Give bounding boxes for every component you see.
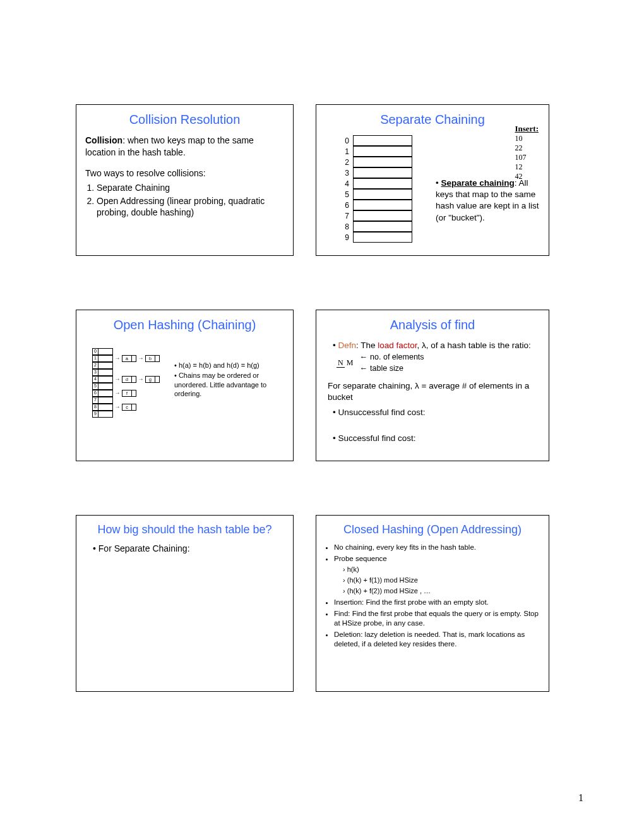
slide-table-size: How big should the hash table be? • For … bbox=[76, 515, 294, 692]
index-label: 1 bbox=[338, 147, 353, 156]
list-item: Open Addressing (linear probing, quadrat… bbox=[97, 195, 284, 219]
index-label: 3 bbox=[338, 169, 353, 178]
text: Two ways to resolve collisions: bbox=[85, 167, 284, 179]
bullet-text: Insertion: Find the first probe with an … bbox=[334, 598, 540, 607]
slide-title: Separate Chaining bbox=[325, 112, 540, 127]
chain-node: d bbox=[122, 376, 132, 383]
slide-title: How big should the hash table be? bbox=[85, 523, 284, 536]
bullet-text: No chaining, every key fits in the hash … bbox=[334, 543, 540, 552]
term-collision: Collision bbox=[85, 135, 122, 145]
slide-analysis-of-find: Analysis of find Defn: The load factor, … bbox=[316, 310, 549, 461]
chain-tail bbox=[155, 376, 160, 383]
arrow-icon: → bbox=[113, 355, 122, 361]
bullet-text: Probe sequence h(k) (h(k) + f(1)) mod HS… bbox=[334, 554, 540, 596]
arrow-icon: → bbox=[113, 376, 122, 382]
table-cell bbox=[98, 369, 113, 376]
slide-title: Analysis of find bbox=[325, 318, 540, 332]
arrow-icon: → bbox=[113, 390, 122, 396]
chain-tail bbox=[155, 355, 160, 362]
table-cell bbox=[98, 355, 113, 362]
table-cell bbox=[353, 189, 412, 200]
definition-text: • Separate chaining: All keys that map t… bbox=[436, 178, 540, 224]
chain-tail bbox=[131, 376, 136, 383]
sub-item: h(k) bbox=[343, 565, 540, 574]
table-cell bbox=[98, 397, 113, 404]
slide-separate-chaining: Separate Chaining 0 1 2 3 4 5 6 7 8 9 In… bbox=[316, 104, 549, 256]
chain-tail bbox=[131, 355, 136, 362]
table-cell bbox=[353, 210, 412, 221]
table-cell bbox=[98, 362, 113, 369]
left-arrow-icon: ← bbox=[359, 352, 367, 361]
insert-list: Insert: 10 22 107 12 42 bbox=[515, 124, 539, 181]
chain-node: a bbox=[122, 355, 132, 362]
table-cell bbox=[98, 383, 113, 390]
slide-title: Closed Hashing (Open Addressing) bbox=[325, 523, 540, 536]
text: table size bbox=[370, 364, 403, 373]
slide-collision-resolution: Collision Resolution Collision: when two… bbox=[76, 104, 294, 256]
sub-list: h(k) (h(k) + f(1)) mod HSize (h(k) + f(2… bbox=[343, 565, 540, 596]
arrow-icon: → bbox=[136, 376, 145, 382]
table-cell bbox=[353, 232, 412, 243]
list-item: Separate Chaining bbox=[97, 182, 284, 194]
slide-body: • For Separate Chaining: bbox=[85, 543, 284, 555]
table-cell bbox=[98, 376, 113, 383]
slide-title: Open Hashing (Chaining) bbox=[85, 318, 284, 332]
hash-table-diagram: 0 1 2 3 4 5 6 7 8 9 bbox=[338, 135, 412, 243]
chain-node: f bbox=[122, 390, 132, 397]
load-factor-term: load factor bbox=[378, 341, 417, 350]
fraction: N M bbox=[337, 358, 353, 368]
arrow-icon: → bbox=[113, 404, 122, 410]
chain-tail bbox=[131, 390, 136, 397]
list: Separate Chaining Open Addressing (linea… bbox=[97, 182, 284, 219]
notes: h(a) = h(b) and h(d) = h(g) Chains may b… bbox=[174, 361, 285, 399]
table-cell bbox=[353, 167, 412, 178]
index-label: 8 bbox=[338, 222, 353, 231]
sub-item: (h(k) + f(1)) mod HSize bbox=[343, 576, 540, 584]
defn-label: Defn bbox=[338, 341, 356, 350]
bullet-text: Successful find cost: bbox=[333, 433, 540, 444]
chain-node: c bbox=[122, 404, 132, 411]
slide-closed-hashing: Closed Hashing (Open Addressing) No chai… bbox=[316, 515, 549, 692]
definition-line: Defn: The load factor, λ, of a hash tabl… bbox=[333, 340, 540, 374]
text: For separate chaining, λ = average # of … bbox=[328, 380, 540, 403]
text: Probe sequence bbox=[334, 555, 387, 562]
table-cell bbox=[353, 135, 412, 146]
table-cell bbox=[98, 348, 113, 355]
table-cell bbox=[353, 200, 412, 210]
index-label: 4 bbox=[338, 179, 353, 188]
index-label: 7 bbox=[338, 212, 353, 221]
table-cell bbox=[353, 157, 412, 167]
slide-title: Collision Resolution bbox=[85, 112, 284, 127]
slide-open-hashing: Open Hashing (Chaining) 0 1 →a →b 2 3 4 … bbox=[76, 310, 294, 461]
table-cell bbox=[353, 146, 412, 157]
table-cell bbox=[98, 404, 113, 411]
text: , λ, of a hash table is the ratio: bbox=[417, 341, 531, 350]
note-text: Chains may be ordered or unordered. Litt… bbox=[174, 371, 285, 398]
table-cell bbox=[353, 178, 412, 189]
insert-label: Insert: bbox=[515, 124, 539, 134]
bullet-text: Find: Find the first probe that equals t… bbox=[334, 609, 540, 628]
table-cell bbox=[98, 390, 113, 397]
insert-value: 10 bbox=[515, 134, 539, 143]
chain-node: b bbox=[145, 355, 155, 362]
index-label: 2 bbox=[338, 158, 353, 167]
page-number: 1 bbox=[578, 792, 583, 804]
fraction-labels: ←no. of elements ←table size bbox=[359, 351, 424, 374]
index-label: 6 bbox=[338, 201, 353, 210]
index-label: 9 bbox=[338, 233, 353, 242]
note-text: h(a) = h(b) and h(d) = h(g) bbox=[174, 361, 285, 370]
table-cell bbox=[98, 411, 113, 418]
index-label: 5 bbox=[338, 190, 353, 199]
slide-body: No chaining, every key fits in the hash … bbox=[325, 543, 540, 648]
insert-value: 107 bbox=[515, 153, 539, 162]
chain-node: g bbox=[145, 376, 155, 383]
index-label: 0 bbox=[338, 136, 353, 145]
slide-body: Collision: when two keys map to the same… bbox=[85, 135, 284, 219]
bullet-text: For Separate Chaining: bbox=[98, 543, 190, 553]
bullet-text: Deletion: lazy deletion is needed. That … bbox=[334, 630, 540, 649]
sub-item: (h(k) + f(2)) mod HSize , … bbox=[343, 586, 540, 595]
text: no. of elements bbox=[370, 353, 424, 361]
fraction-numerator: N bbox=[337, 358, 345, 368]
chaining-diagram: 0 1 →a →b 2 3 4 →d →g 5 6 →f 7 8 →c 9 bbox=[92, 348, 160, 418]
insert-value: 12 bbox=[515, 162, 539, 172]
